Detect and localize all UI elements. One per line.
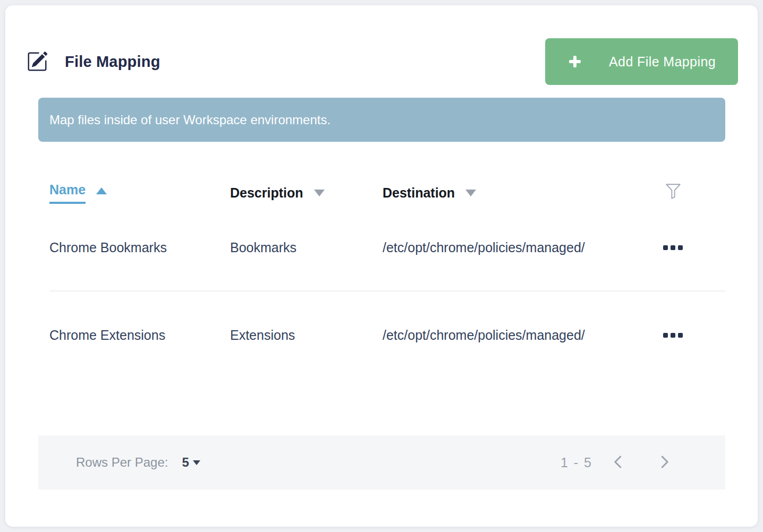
previous-page-button[interactable] [611, 454, 626, 471]
column-header-destination[interactable]: Destination [383, 185, 621, 201]
chevron-down-icon [193, 460, 200, 465]
file-mapping-card: File Mapping Add File Mapping Map files … [5, 5, 758, 527]
cell-name: Chrome Extensions [49, 328, 230, 343]
column-header-destination-label: Destination [383, 185, 455, 201]
column-header-name[interactable]: Name [49, 182, 230, 204]
table-filter-button[interactable] [621, 182, 725, 204]
page-title: File Mapping [65, 53, 160, 71]
funnel-icon [664, 182, 683, 204]
page-range: 1 - 5 [561, 455, 592, 470]
cell-destination: /etc/opt/chrome/policies/managed/ [383, 328, 621, 343]
plus-icon [567, 54, 582, 69]
chevron-left-icon [611, 454, 626, 471]
sort-caret-icon [314, 190, 325, 196]
pager: 1 - 5 [561, 454, 672, 471]
column-header-name-label: Name [49, 182, 86, 204]
info-banner-text: Map files inside of user Workspace envir… [49, 113, 330, 127]
rows-per-page-value: 5 [182, 455, 189, 470]
page-header: File Mapping Add File Mapping [5, 5, 758, 85]
next-page-button[interactable] [656, 454, 672, 471]
sort-asc-icon [96, 187, 107, 194]
cell-description: Bookmarks [230, 240, 383, 255]
cell-destination: /etc/opt/chrome/policies/managed/ [383, 240, 621, 255]
ellipsis-icon[interactable] [660, 242, 686, 253]
table-header-row: Name Description Destination [49, 181, 725, 204]
pagination-footer: Rows Per Page: 5 1 - 5 [38, 435, 725, 490]
info-banner: Map files inside of user Workspace envir… [38, 98, 725, 142]
table-row: Chrome Extensions Extensions /etc/opt/ch… [49, 291, 725, 379]
rows-per-page: Rows Per Page: 5 [76, 455, 200, 470]
sort-caret-icon [465, 190, 476, 196]
add-file-mapping-button[interactable]: Add File Mapping [545, 38, 738, 85]
edit-pencil-square-icon [27, 51, 48, 72]
cell-description: Extensions [230, 328, 383, 343]
chevron-right-icon [656, 454, 672, 471]
cell-name: Chrome Bookmarks [49, 240, 230, 255]
title-group: File Mapping [27, 51, 160, 72]
table-row: Chrome Bookmarks Bookmarks /etc/opt/chro… [49, 204, 725, 291]
add-file-mapping-label: Add File Mapping [609, 54, 716, 70]
cell-actions [621, 330, 725, 341]
column-header-description[interactable]: Description [230, 185, 383, 201]
rows-per-page-label: Rows Per Page: [76, 455, 168, 470]
column-header-description-label: Description [230, 185, 303, 201]
ellipsis-icon[interactable] [660, 330, 686, 341]
file-mapping-table: Name Description Destination Chrome Bo [38, 181, 725, 379]
cell-actions [621, 242, 725, 253]
rows-per-page-select[interactable]: 5 [182, 455, 200, 470]
